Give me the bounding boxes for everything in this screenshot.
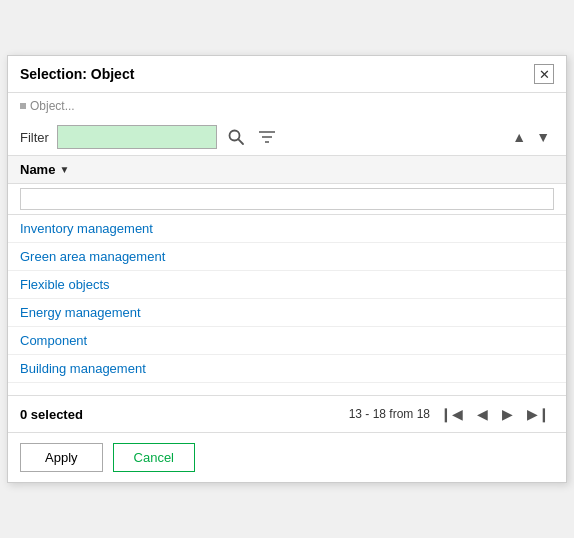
filter-label: Filter — [20, 130, 49, 145]
dialog-body: Object... Filter ▲ ▼ — [8, 93, 566, 432]
page-next-button[interactable]: ▶ — [498, 404, 517, 424]
breadcrumb-text: Object... — [30, 99, 75, 113]
svg-line-1 — [238, 139, 243, 144]
nav-up-icon[interactable]: ▲ — [508, 127, 530, 147]
page-first-button[interactable]: ❙◀ — [436, 404, 467, 424]
list-items: Inventory management Green area manageme… — [8, 215, 566, 395]
page-last-button[interactable]: ▶❙ — [523, 404, 554, 424]
list-item[interactable]: Green area management — [8, 243, 566, 271]
sort-icon[interactable]: ▼ — [59, 164, 69, 175]
close-button[interactable]: ✕ — [534, 64, 554, 84]
breadcrumb-dot-icon — [20, 103, 26, 109]
search-icon[interactable] — [225, 126, 247, 148]
pagination-info: 13 - 18 from 18 — [349, 407, 430, 421]
table-header: Name ▼ — [8, 156, 566, 184]
selection-dialog: Selection: Object ✕ Object... Filter — [7, 55, 567, 483]
page-prev-button[interactable]: ◀ — [473, 404, 492, 424]
dialog-title: Selection: Object — [20, 66, 134, 82]
nav-arrows: ▲ ▼ — [508, 127, 554, 147]
column-name-label: Name — [20, 162, 55, 177]
column-search-row — [8, 184, 566, 215]
pagination-row: 0 selected 13 - 18 from 18 ❙◀ ◀ ▶ ▶❙ — [8, 395, 566, 432]
list-item[interactable]: Building management — [8, 355, 566, 383]
filter-input[interactable] — [57, 125, 217, 149]
breadcrumb: Object... — [8, 93, 566, 119]
list-item[interactable]: Flexible objects — [8, 271, 566, 299]
apply-button[interactable]: Apply — [20, 443, 103, 472]
selected-count: 0 selected — [20, 407, 83, 422]
nav-down-icon[interactable]: ▼ — [532, 127, 554, 147]
pagination-controls: 13 - 18 from 18 ❙◀ ◀ ▶ ▶❙ — [349, 404, 554, 424]
dialog-footer: Apply Cancel — [8, 432, 566, 482]
list-item[interactable]: Energy management — [8, 299, 566, 327]
column-search-input[interactable] — [20, 188, 554, 210]
filter-icon[interactable] — [255, 126, 279, 148]
filter-row: Filter ▲ ▼ — [8, 119, 566, 156]
dialog-header: Selection: Object ✕ — [8, 56, 566, 93]
cancel-button[interactable]: Cancel — [113, 443, 195, 472]
list-item[interactable]: Inventory management — [8, 215, 566, 243]
list-item[interactable]: Component — [8, 327, 566, 355]
